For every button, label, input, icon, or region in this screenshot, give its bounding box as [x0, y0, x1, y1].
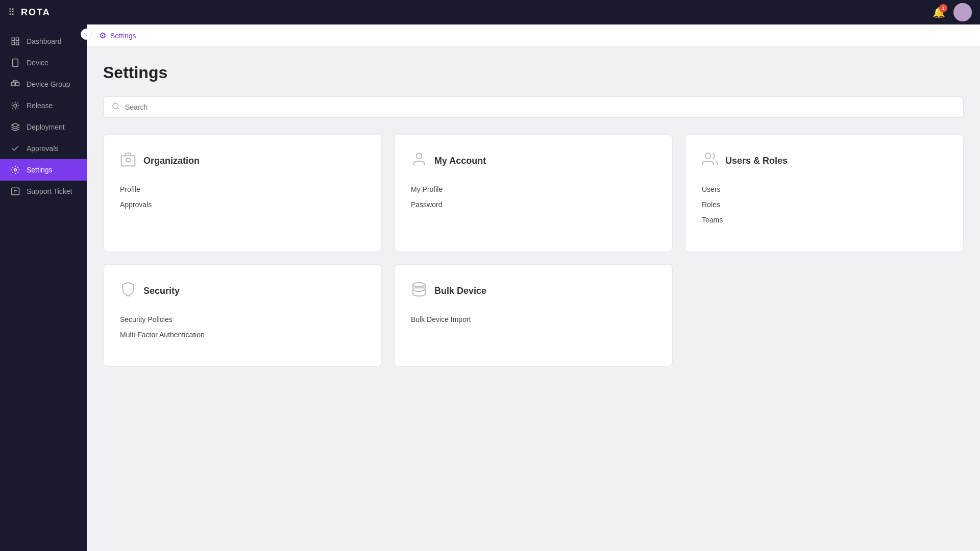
sidebar-item-support-ticket[interactable]: Support Ticket [0, 181, 87, 202]
sidebar-item-release[interactable]: Release [0, 95, 87, 116]
approvals-icon [10, 144, 20, 153]
svg-rect-16 [121, 156, 135, 166]
sidebar-item-dashboard[interactable]: Dashboard [0, 31, 87, 52]
sidebar-item-approvals[interactable]: Approvals [0, 138, 87, 159]
breadcrumb-text: Settings [110, 32, 136, 40]
support-icon [10, 187, 20, 196]
security-policies-link[interactable]: Security Policies [120, 315, 365, 323]
bulk-device-card-title: Bulk Device [434, 286, 486, 296]
svg-rect-7 [16, 82, 19, 86]
bulk-device-import-link[interactable]: Bulk Device Import [411, 315, 656, 323]
device-icon [10, 58, 20, 67]
avatar[interactable] [953, 3, 972, 21]
main-content: ⚙ Settings Settings [87, 24, 980, 551]
sidebar-label-approvals: Approvals [27, 144, 58, 153]
users-link[interactable]: Users [702, 185, 947, 193]
mfa-link[interactable]: Multi-Factor Authentication [120, 331, 365, 339]
sidebar-item-deployment[interactable]: Deployment [0, 116, 87, 138]
search-input[interactable] [125, 103, 955, 111]
topbar: ⠿ ROTA 🔔 1 [0, 0, 980, 24]
settings-icon [10, 165, 20, 174]
security-card-header: Security [120, 281, 365, 301]
users-roles-icon [702, 151, 718, 171]
users-roles-card: Users & Roles Users Roles Teams [685, 134, 964, 252]
svg-point-14 [113, 103, 118, 109]
my-profile-link[interactable]: My Profile [411, 185, 656, 193]
sidebar-label-device: Device [27, 59, 48, 67]
svg-rect-11 [12, 188, 19, 195]
avatar-image [953, 3, 972, 21]
search-container [103, 96, 964, 118]
sidebar-label-release: Release [27, 102, 53, 110]
release-icon [10, 101, 20, 110]
bulk-device-icon [411, 281, 427, 301]
my-account-card-title: My Account [434, 156, 486, 166]
security-card-title: Security [143, 286, 180, 296]
svg-rect-3 [16, 42, 19, 45]
sidebar-item-device-group[interactable]: Device Group [0, 73, 87, 95]
svg-rect-1 [16, 38, 19, 40]
sidebar: ‹ Dashboard Device Device Group Release … [0, 24, 87, 551]
users-roles-card-title: Users & Roles [725, 156, 788, 166]
sidebar-label-device-group: Device Group [27, 80, 70, 88]
svg-rect-2 [12, 42, 14, 45]
svg-point-10 [14, 169, 17, 171]
svg-point-19 [416, 153, 422, 159]
sidebar-collapse-button[interactable]: ‹ [81, 29, 92, 40]
cards-grid-bottom: Security Security Policies Multi-Factor … [103, 264, 964, 367]
sidebar-item-device[interactable]: Device [0, 52, 87, 73]
svg-rect-0 [12, 38, 14, 40]
organization-card-title: Organization [143, 156, 200, 166]
svg-line-15 [117, 108, 119, 109]
organization-card: Organization Profile Approvals [103, 134, 382, 252]
breadcrumb: ⚙ Settings [87, 24, 980, 47]
sidebar-label-deployment: Deployment [27, 123, 65, 131]
my-account-icon [411, 151, 427, 171]
approvals-link[interactable]: Approvals [120, 201, 365, 209]
grid-icon[interactable]: ⠿ [8, 7, 15, 18]
svg-point-20 [705, 153, 711, 159]
my-account-card: My Account My Profile Password [394, 134, 673, 252]
app-logo: ROTA [21, 7, 51, 18]
svg-point-9 [14, 104, 17, 107]
topbar-right: 🔔 1 [933, 3, 972, 21]
security-card: Security Security Policies Multi-Factor … [103, 264, 382, 367]
sidebar-label-support-ticket: Support Ticket [27, 187, 72, 195]
cards-grid-top: Organization Profile Approvals My Accoun… [103, 134, 964, 252]
breadcrumb-icon: ⚙ [99, 31, 106, 40]
profile-link[interactable]: Profile [120, 185, 365, 193]
organization-card-header: Organization [120, 151, 365, 171]
security-icon [120, 281, 136, 301]
svg-rect-4 [13, 59, 18, 67]
organization-icon [120, 151, 136, 171]
dashboard-icon [10, 37, 20, 46]
topbar-left: ⠿ ROTA [8, 7, 51, 18]
notification-button[interactable]: 🔔 1 [933, 6, 945, 18]
svg-point-21 [413, 283, 425, 287]
roles-link[interactable]: Roles [702, 201, 947, 209]
bulk-device-card-header: Bulk Device [411, 281, 656, 301]
search-icon [112, 102, 120, 112]
my-account-card-header: My Account [411, 151, 656, 171]
svg-rect-8 [13, 81, 17, 83]
bulk-device-card: Bulk Device Bulk Device Import [394, 264, 673, 367]
teams-link[interactable]: Teams [702, 216, 947, 224]
sidebar-label-settings: Settings [27, 166, 53, 174]
empty-card-slot [685, 264, 964, 367]
notification-badge: 1 [939, 4, 947, 12]
svg-rect-18 [126, 159, 130, 162]
device-group-icon [10, 80, 20, 89]
svg-rect-6 [12, 82, 15, 86]
password-link[interactable]: Password [411, 201, 656, 209]
sidebar-label-dashboard: Dashboard [27, 37, 62, 45]
page-title: Settings [103, 63, 964, 82]
deployment-icon [10, 122, 20, 132]
users-roles-card-header: Users & Roles [702, 151, 947, 171]
sidebar-item-settings[interactable]: Settings [0, 159, 87, 181]
content-area: Settings [87, 47, 980, 383]
